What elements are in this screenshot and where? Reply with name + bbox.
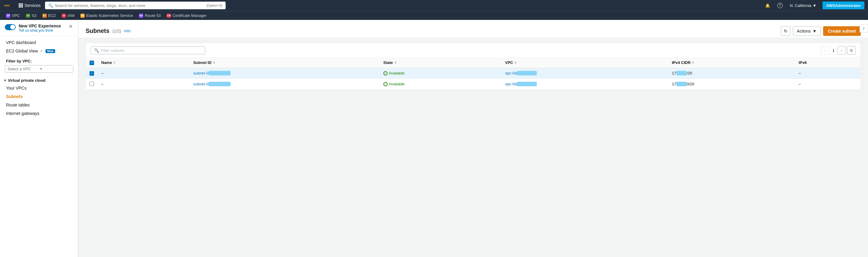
row2-vpc[interactable]: vpc-0dxxxxxxxxx bbox=[501, 79, 668, 90]
content-header: Subnets (1/2) Info ↻ Actions ▼ Create su… bbox=[79, 20, 868, 38]
iam-icon: IA bbox=[62, 13, 66, 18]
sidebar-section-vpc[interactable]: ▼ Virtual private cloud bbox=[0, 75, 78, 84]
row1-subnet-id[interactable]: subnet-0xxxxxxxxxx bbox=[190, 68, 380, 79]
col-subnet-id[interactable]: Subnet ID ⬍ bbox=[190, 58, 380, 68]
table-row: – subnet-0xxxxxxxxxx Available bbox=[86, 79, 861, 90]
create-subnet-button[interactable]: Create subnet bbox=[823, 26, 861, 36]
create-label: Create subnet bbox=[828, 29, 856, 33]
settings-button[interactable]: ⚙ bbox=[847, 46, 856, 55]
row1-ipv4: 17x.x.x/20 bbox=[668, 68, 795, 79]
prev-page-button[interactable]: ‹ bbox=[821, 46, 830, 55]
help-button[interactable]: ? bbox=[776, 2, 784, 9]
row2-checkbox[interactable] bbox=[90, 81, 94, 86]
refresh-button[interactable]: ↻ bbox=[781, 26, 790, 36]
table-pagination: ‹ 1 › ⚙ bbox=[821, 46, 856, 55]
actions-chevron: ▼ bbox=[812, 29, 817, 33]
aws-logo[interactable]: aws bbox=[4, 2, 14, 9]
row1-state: Available bbox=[380, 68, 501, 79]
filter-vpc-select[interactable]: Select a VPC ▼ bbox=[5, 65, 73, 73]
sidebar-item-route-tables[interactable]: Route tables bbox=[0, 101, 78, 109]
svg-text:aws: aws bbox=[4, 4, 10, 7]
bell-icon: 🔔 bbox=[765, 3, 770, 8]
fav-iam[interactable]: IA IAM bbox=[59, 12, 77, 19]
route53-icon: R5 bbox=[139, 13, 143, 18]
filter-vpc-label: Filter by VPC: bbox=[0, 58, 78, 65]
fav-eks-label: Elastic Kubernetes Service bbox=[86, 13, 133, 18]
vpc-icon: VP bbox=[6, 13, 10, 18]
account-button[interactable]: AWSAdministrator bbox=[823, 1, 864, 9]
sidebar-item-route-tables-label: Route tables bbox=[6, 103, 30, 107]
sort-name-icon: ⬍ bbox=[113, 61, 116, 64]
fav-eks[interactable]: EK Elastic Kubernetes Service bbox=[78, 12, 135, 19]
filter-input-wrap[interactable]: 🔍 bbox=[91, 47, 205, 54]
row2-subnet-id[interactable]: subnet-0xxxxxxxxxx bbox=[190, 79, 380, 90]
toggle-close-button[interactable]: ✕ bbox=[68, 24, 73, 30]
notifications-button[interactable]: 🔔 bbox=[764, 3, 771, 8]
ec2-icon: EC bbox=[42, 13, 47, 18]
new-badge: New bbox=[45, 49, 56, 53]
top-navigation: aws Services 🔍 [Option+S] 🔔 ? N. Califor… bbox=[0, 0, 868, 11]
new-vpc-toggle[interactable] bbox=[5, 24, 16, 30]
fav-certmgr[interactable]: CM Certificate Manager bbox=[164, 12, 209, 19]
sidebar-item-internet-gateways-label: Internet gateways bbox=[6, 111, 39, 116]
status-available-icon bbox=[383, 71, 388, 76]
sidebar-item-ec2-global-view[interactable]: EC2 Global View ↗ New bbox=[0, 47, 78, 55]
vpc-toggle-subtitle[interactable]: Tell us what you think bbox=[19, 28, 65, 33]
row2-ipv4: 17x.x.x0/20 bbox=[668, 79, 795, 90]
page-count: (1/2) bbox=[113, 29, 121, 33]
search-bar[interactable]: 🔍 [Option+S] bbox=[45, 1, 226, 9]
filter-input[interactable] bbox=[101, 48, 202, 53]
sidebar-item-vpc-dashboard-label: VPC dashboard bbox=[6, 40, 36, 45]
sidebar-nav: VPC dashboard EC2 Global View ↗ New bbox=[0, 36, 78, 58]
help-panel-tab[interactable]: i bbox=[860, 24, 868, 33]
services-menu-button[interactable]: Services bbox=[17, 2, 42, 9]
row2-state: Available bbox=[380, 79, 501, 90]
page-number: 1 bbox=[831, 48, 836, 53]
sidebar-item-vpc-dashboard[interactable]: VPC dashboard bbox=[0, 38, 78, 47]
actions-button[interactable]: Actions ▼ bbox=[793, 26, 821, 36]
vpc-toggle-text: New VPC Experience Tell us what you thin… bbox=[19, 24, 65, 33]
col-vpc[interactable]: VPC ⬍ bbox=[501, 58, 668, 68]
sidebar-item-your-vpcs[interactable]: Your VPCs bbox=[0, 84, 78, 92]
col-state[interactable]: State ⬍ bbox=[380, 58, 501, 68]
favorites-bar: VP VPC S3 S3 EC EC2 IA IAM EK Elastic Ku… bbox=[0, 11, 868, 20]
search-input[interactable] bbox=[55, 3, 205, 8]
region-chevron: ▼ bbox=[812, 3, 816, 8]
info-link[interactable]: Info bbox=[124, 29, 131, 33]
row2-name: – bbox=[98, 79, 190, 90]
section-chevron: ▼ bbox=[4, 79, 7, 82]
grid-icon bbox=[19, 3, 23, 7]
fav-iam-label: IAM bbox=[67, 13, 74, 18]
col-ipv4[interactable]: IPv4 CIDR ⬍ bbox=[668, 58, 795, 68]
actions-label: Actions bbox=[797, 29, 811, 33]
header-actions: ↻ Actions ▼ Create subnet bbox=[781, 26, 861, 36]
certmgr-icon: CM bbox=[167, 13, 171, 18]
sidebar-item-subnets-label: Subnets bbox=[6, 94, 23, 99]
row2-checkbox-cell[interactable] bbox=[86, 79, 98, 90]
col-name[interactable]: Name ⬍ bbox=[98, 58, 190, 68]
next-page-button[interactable]: › bbox=[838, 46, 846, 55]
fav-s3[interactable]: S3 S3 bbox=[24, 12, 39, 19]
row1-checkbox[interactable] bbox=[90, 71, 94, 76]
row1-checkbox-cell[interactable] bbox=[86, 68, 98, 79]
select-all-header[interactable] bbox=[86, 58, 98, 68]
table-header-row: Name ⬍ Subnet ID ⬍ bbox=[86, 58, 861, 68]
region-selector[interactable]: N. California ▼ bbox=[789, 3, 818, 8]
fav-ec2[interactable]: EC EC2 bbox=[40, 12, 58, 19]
sidebar: New VPC Experience Tell us what you thin… bbox=[0, 20, 79, 257]
help-icon: ? bbox=[777, 3, 783, 8]
content-area: Subnets (1/2) Info ↻ Actions ▼ Create su… bbox=[79, 20, 868, 257]
row1-ipv6: – bbox=[795, 68, 861, 79]
col-ipv6: IPv6 bbox=[795, 58, 861, 68]
sidebar-section-label: Virtual private cloud bbox=[8, 78, 45, 83]
filter-vpc-placeholder: Select a VPC bbox=[7, 67, 38, 71]
row1-vpc[interactable]: vpc-0dxxxxxxxxx bbox=[501, 68, 668, 79]
nav-right: 🔔 ? N. California ▼ AWSAdministrator bbox=[764, 1, 864, 9]
fav-vpc[interactable]: VP VPC bbox=[4, 12, 22, 19]
fav-route53[interactable]: R5 Route 53 bbox=[136, 12, 163, 19]
account-label: AWSAdministrator bbox=[826, 3, 861, 8]
sidebar-item-subnets[interactable]: Subnets bbox=[0, 92, 78, 101]
select-all-checkbox[interactable] bbox=[90, 61, 94, 65]
help-panel-icon: i bbox=[863, 26, 864, 30]
sidebar-item-internet-gateways[interactable]: Internet gateways bbox=[0, 109, 78, 118]
